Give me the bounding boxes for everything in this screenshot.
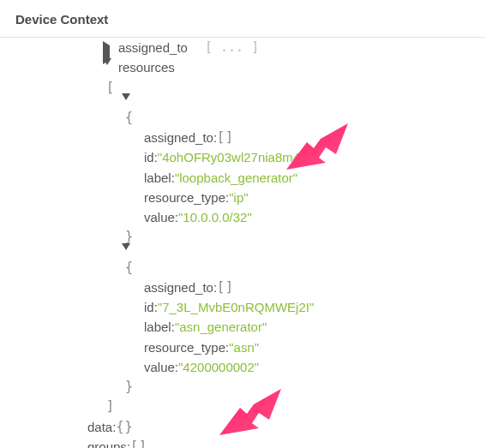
tree-bracket-close: ] — [0, 397, 486, 416]
tree-row: assigned_to: [] — [0, 278, 486, 297]
tree-row: label: "loopback_generator" — [0, 168, 486, 188]
json-tree: assigned_to [ ... ] resources [ { assign… — [0, 38, 486, 448]
tree-row: label: "asn_generator" — [0, 317, 486, 337]
tree-brace-close: } — [0, 227, 486, 247]
tree-brace-open: { — [0, 258, 486, 278]
chevron-down-icon[interactable] — [122, 98, 132, 108]
tree-brace-open: { — [0, 108, 486, 128]
key-assigned_to: assigned_to — [118, 38, 188, 57]
tree-row-item-expand[interactable] — [0, 98, 486, 108]
device-context-panel: { "header": { "title": "Device Context" … — [0, 0, 486, 448]
chevron-right-icon[interactable] — [103, 43, 113, 53]
tree-row: value: "10.0.0.0/32" — [0, 207, 486, 227]
chevron-down-icon[interactable] — [103, 63, 113, 73]
tree-row-item-expand[interactable] — [0, 248, 486, 258]
tree-row-resources-expanded[interactable]: resources — [0, 57, 486, 77]
ellipsis-array — [188, 38, 205, 57]
tree-row: id: "4ohOFRy03wl27nia8m4" — [0, 147, 486, 167]
tree-row-groups: groups: [] — [0, 437, 486, 448]
tree-row: resource_type: "ip" — [0, 188, 486, 207]
panel-title: Device Context — [0, 0, 486, 38]
tree-brace-close: } — [0, 377, 486, 397]
key-resources: resources — [118, 57, 175, 77]
tree-row: resource_type: "asn" — [0, 337, 486, 357]
tree-row-assigned_to-collapsed[interactable]: assigned_to [ ... ] — [0, 38, 486, 57]
ellipsis-array: [ ... ] — [205, 38, 259, 57]
tree-row: value: "4200000002" — [0, 357, 486, 377]
tree-row: assigned_to: [] — [0, 128, 486, 147]
tree-bracket-open: [ — [0, 78, 486, 98]
tree-row-data: data: {} — [0, 417, 486, 437]
tree-row: id: "7_3L_MvbE0nRQMWEj2I" — [0, 297, 486, 317]
chevron-down-icon[interactable] — [122, 248, 132, 258]
